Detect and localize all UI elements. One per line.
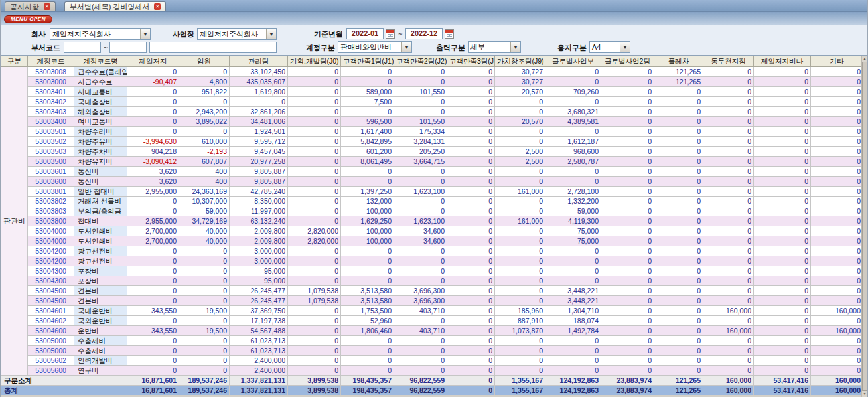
vertical-scrollbar[interactable]: ▲ ▼ <box>861 56 867 397</box>
value-cell: -90,407 <box>127 77 179 87</box>
value-cell: 3,895,022 <box>179 117 230 127</box>
column-header[interactable]: 계정코드 <box>28 56 74 67</box>
value-cell: 4,389,581 <box>545 117 601 127</box>
value-cell: 40,000 <box>179 236 230 246</box>
column-header[interactable]: 동두천지점 <box>703 56 754 67</box>
table-row[interactable]: 53005000수출제비0061,023,71300000000000 <box>1 346 863 356</box>
company-select[interactable]: 제일저지주식회사 ▼ <box>50 28 151 40</box>
dept-code-to-input[interactable] <box>109 42 147 53</box>
table-row[interactable]: 53003601통신비3,6204009,805,88700000000000 <box>1 167 863 177</box>
table-row[interactable]: 53003403해외출장비02,943,20032,861,206000003,… <box>1 107 863 117</box>
value-cell: 0 <box>703 286 754 296</box>
column-header[interactable]: 고객만족3팀(J3) <box>447 56 495 67</box>
table-row[interactable]: 53003501차량수리비001,924,50101,617,400175,33… <box>1 127 863 137</box>
table-row[interactable]: 53004500견본비0026,245,4771,079,5383,513,58… <box>1 296 863 306</box>
table-row[interactable]: 53004300포장비0095,00000000000000 <box>1 266 863 276</box>
chevron-down-icon[interactable]: ▼ <box>510 42 520 52</box>
dept-name-input[interactable] <box>149 42 277 53</box>
table-row[interactable]: 53003503차량주차비904,218-2,1939,457,0450601,… <box>1 147 863 157</box>
table-row[interactable]: 53004000도서인쇄비2,700,00040,0002,009,8002,8… <box>1 226 863 236</box>
table-row[interactable]: 53003400여비교통비03,895,02234,481,0060596,50… <box>1 117 863 127</box>
value-cell: 121,265 <box>654 67 703 77</box>
value-cell: 2,728,100 <box>545 187 601 197</box>
column-header[interactable]: 고객만족2팀(J2) <box>394 56 447 67</box>
column-header[interactable]: 고객만족1팀(J1) <box>341 56 394 67</box>
close-icon[interactable]: ✕ <box>44 3 50 10</box>
table-row[interactable]: 53003402국내출장비00007,500000000000 <box>1 97 863 107</box>
table-row[interactable]: 53004601국내운반비343,55019,50037,369,75001,7… <box>1 306 863 316</box>
value-cell: 0 <box>495 346 545 356</box>
column-header[interactable]: 계정코드명 <box>74 56 127 67</box>
value-cell: 0 <box>601 187 654 197</box>
table-row[interactable]: 53004300포장비0095,00000000000000 <box>1 276 863 286</box>
table-row[interactable]: 판관비53003008급수수료(클레임)0033,102,450000030,7… <box>1 67 863 77</box>
dept-code-from-input[interactable] <box>64 42 101 53</box>
table-row[interactable]: 53005600연구비002,400,00000000000000 <box>1 366 863 376</box>
account-type-select[interactable]: 판매비와일반비 ▼ <box>338 41 412 53</box>
table-row[interactable]: 53003803부의금/축의금059,00011,997,0000100,000… <box>1 206 863 216</box>
table-row[interactable]: 53003600통신비3,6204009,805,88700000000000 <box>1 177 863 187</box>
tab-notice[interactable]: 공지사항 ✕ <box>5 1 56 11</box>
column-header[interactable]: 글로벌사업2팀 <box>601 56 654 67</box>
value-cell: 610,000 <box>179 137 230 147</box>
calendar-icon[interactable] <box>386 29 395 39</box>
table-row[interactable]: 53005000수출제비0061,023,71300000000000 <box>1 336 863 346</box>
table-row[interactable]: 53003502차량주유비-3,994,630610,0009,595,7120… <box>1 137 863 147</box>
table-row[interactable]: 53003802거래처 선물비010,307,0008,350,0000132,… <box>1 197 863 206</box>
table-row[interactable]: 53004200광고선전비003,000,00000000000000 <box>1 256 863 266</box>
table-row[interactable]: 53004602국외운반비0017,197,738052,96000887,91… <box>1 316 863 326</box>
column-header[interactable]: 가치창조팀(J9) <box>495 56 545 67</box>
column-header[interactable]: 관리팀 <box>230 56 288 67</box>
table-row[interactable]: 53003801일반 접대비2,955,00024,363,16942,785,… <box>1 187 863 197</box>
table-row[interactable]: 53003401시내교통비0951,8221,619,8000589,00010… <box>1 87 863 97</box>
value-cell: 53,417,416 <box>754 376 811 386</box>
chevron-down-icon[interactable]: ▼ <box>140 29 150 39</box>
value-cell: 343,550 <box>127 326 179 336</box>
table-row[interactable]: 53004000도서인쇄비2,700,00040,0002,009,8002,8… <box>1 236 863 246</box>
table-row[interactable]: 53004600운반비343,55019,50054,567,48801,806… <box>1 326 863 336</box>
chevron-down-icon[interactable]: ▼ <box>620 42 630 52</box>
period-to-input[interactable]: 2022-12 <box>405 28 443 39</box>
value-cell: 3,620 <box>127 177 179 187</box>
chevron-down-icon[interactable]: ▼ <box>266 29 276 39</box>
column-header[interactable]: 플레차 <box>654 56 703 67</box>
column-header[interactable]: 구분 <box>1 56 28 67</box>
value-cell: 400 <box>179 167 230 177</box>
column-header[interactable]: 기타 <box>811 56 863 67</box>
table-row[interactable]: 53005602인력개발비002,400,00000000000000 <box>1 356 863 366</box>
company-label: 회사 <box>23 28 46 40</box>
table-row[interactable]: 53004500견본비0026,245,4771,079,5383,513,58… <box>1 286 863 296</box>
table-row[interactable]: 53003000지급수수료-90,4074,800435,035,6070000… <box>1 77 863 87</box>
value-cell: 0 <box>754 206 811 216</box>
group-cell: 판관비 <box>1 67 28 376</box>
account-code-cell: 53003403 <box>28 107 74 117</box>
chevron-down-icon[interactable]: ▼ <box>401 42 411 52</box>
site-select[interactable]: 제일저지주식회사 ▼ <box>197 28 277 40</box>
table-row[interactable]: 53004200광고선전비003,000,00000000000000 <box>1 246 863 256</box>
column-header[interactable]: 글로벌사업부 <box>545 56 601 67</box>
scroll-thumb[interactable] <box>862 62 867 391</box>
calendar-icon[interactable] <box>445 29 454 39</box>
table-row[interactable]: 53003500차량유지비-3,090,412607,80720,977,258… <box>1 157 863 167</box>
tab-expense-report[interactable]: 부서별(세목) 경비명세서 ✕ <box>64 1 166 11</box>
scroll-up-icon[interactable]: ▲ <box>862 56 867 62</box>
close-icon[interactable]: ✕ <box>154 3 161 10</box>
menu-open-button[interactable]: MENU OPEN <box>4 15 52 23</box>
value-cell: 0 <box>545 127 601 137</box>
column-header[interactable]: 기획.개발팀(J0) <box>288 56 341 67</box>
table-row[interactable]: 53003800접대비2,955,00034,729,16963,132,240… <box>1 216 863 226</box>
column-header[interactable]: 임원 <box>179 56 230 67</box>
value-cell: 26,245,477 <box>230 296 288 306</box>
value-cell: 160,000 <box>703 386 754 396</box>
scroll-down-icon[interactable]: ▼ <box>862 391 867 397</box>
value-cell: 0 <box>495 256 545 266</box>
value-cell: 3,284,131 <box>394 137 447 147</box>
column-header[interactable]: 제일저지비나 <box>754 56 811 67</box>
value-cell: 0 <box>703 216 754 226</box>
output-type-select[interactable]: 세부 ▼ <box>468 41 521 53</box>
column-header[interactable]: 제일저지 <box>127 56 179 67</box>
value-cell: 0 <box>288 346 341 356</box>
value-cell: 4,119,300 <box>545 216 601 226</box>
period-from-input[interactable]: 2022-01 <box>346 28 384 39</box>
paper-type-select[interactable]: A4 ▼ <box>589 41 630 53</box>
